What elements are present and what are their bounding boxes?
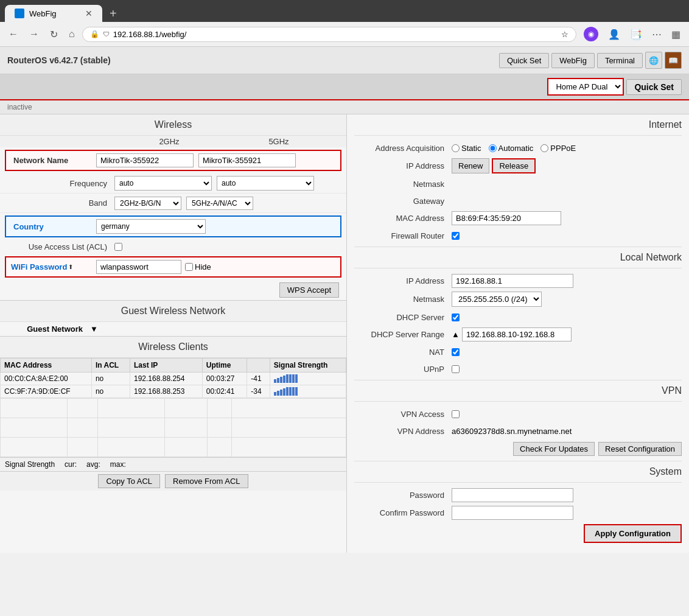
local-ip-input[interactable] bbox=[452, 274, 573, 288]
globe-button[interactable]: 🌐 bbox=[645, 52, 662, 69]
book-button[interactable]: 📖 bbox=[665, 52, 682, 69]
automatic-radio[interactable] bbox=[489, 144, 497, 152]
frequency-inputs: auto auto bbox=[114, 176, 341, 191]
gateway-label: Gateway bbox=[354, 197, 452, 206]
guest-dropdown[interactable]: ▼ bbox=[90, 324, 98, 334]
dhcp-server-checkbox[interactable] bbox=[452, 313, 460, 321]
client-2-uptime: 00:02:41 bbox=[202, 385, 247, 398]
empty-cell bbox=[208, 438, 232, 457]
status-bar: inactive bbox=[0, 100, 689, 114]
vpn-title: VPN bbox=[354, 380, 682, 402]
firewall-router-row: Firewall Router bbox=[354, 227, 682, 244]
guest-network-section: Guest Wireless Network Guest Network ▼ bbox=[0, 300, 346, 336]
address-input[interactable] bbox=[113, 30, 558, 39]
upnp-row: UPnP bbox=[354, 360, 682, 377]
extensions-icon: ◉ bbox=[584, 27, 598, 41]
empty-cell bbox=[232, 399, 346, 418]
upnp-checkbox[interactable] bbox=[452, 365, 460, 373]
dhcp-range-label: DHCP Server Range bbox=[354, 330, 452, 339]
hide-password-checkbox[interactable] bbox=[185, 263, 193, 271]
remove-from-acl-button[interactable]: Remove From ACL bbox=[165, 474, 248, 488]
client-row-2[interactable]: CC:9F:7A:9D:0E:CF no 192.168.88.253 00:0… bbox=[1, 385, 346, 398]
more-button[interactable]: ⋯ bbox=[648, 26, 665, 43]
bookmark-list-button[interactable]: 📑 bbox=[626, 26, 646, 43]
internet-title: Internet bbox=[354, 114, 682, 136]
tab-close-icon[interactable]: ✕ bbox=[85, 9, 93, 18]
password-input[interactable] bbox=[452, 488, 573, 502]
empty-cell bbox=[232, 418, 346, 438]
wifi-password-input[interactable] bbox=[96, 260, 181, 274]
clients-table-header: MAC Address In ACL Last IP Uptime Signal… bbox=[1, 359, 346, 373]
signal-seg bbox=[295, 387, 298, 396]
vpn-address-value: a636092378d8.sn.mynetname.net bbox=[452, 427, 682, 436]
home-button[interactable]: ⌂ bbox=[65, 27, 79, 41]
signal-seg bbox=[289, 374, 292, 383]
mode-select[interactable]: Home AP Dual CPE PTP Bridge WISP AP AP bbox=[548, 79, 623, 94]
forward-button[interactable]: → bbox=[26, 27, 43, 41]
signal-seg bbox=[292, 374, 295, 383]
quickset-button[interactable]: Quick Set bbox=[626, 79, 682, 95]
static-radio[interactable] bbox=[452, 144, 460, 152]
mac-address-input[interactable] bbox=[452, 211, 561, 225]
signal-bar-1 bbox=[274, 374, 342, 383]
frequency-2ghz-select[interactable]: auto bbox=[114, 176, 212, 191]
frequency-5ghz-select[interactable]: auto bbox=[217, 176, 314, 191]
signal-seg bbox=[286, 374, 289, 383]
wifi-password-row: WiFi Password ⬆ Hide bbox=[5, 256, 341, 278]
extensions-button[interactable]: ◉ bbox=[580, 26, 602, 43]
signal-seg bbox=[277, 391, 279, 396]
freq-spacer bbox=[5, 137, 114, 146]
user-profile-button[interactable]: 👤 bbox=[604, 26, 624, 43]
terminal-header-button[interactable]: Terminal bbox=[597, 53, 643, 68]
pppoe-radio[interactable] bbox=[540, 144, 548, 152]
bookmark-icon[interactable]: ☆ bbox=[561, 30, 568, 39]
lock-icon: 🔒 bbox=[90, 30, 99, 38]
check-updates-button[interactable]: Check For Updates bbox=[513, 442, 595, 456]
nat-checkbox[interactable] bbox=[452, 348, 460, 356]
reset-configuration-button[interactable]: Reset Configuration bbox=[598, 442, 682, 456]
signal-seg bbox=[280, 390, 282, 396]
freq-2ghz-header: 2GHz bbox=[114, 137, 224, 146]
network-name-5ghz-input[interactable] bbox=[198, 153, 296, 167]
band-5ghz-select[interactable]: 5GHz-A/N/AC bbox=[186, 197, 253, 210]
active-tab[interactable]: WebFig ✕ bbox=[5, 5, 102, 22]
band-row: Band 2GHz-B/G/N 5GHz-A/N/AC bbox=[0, 194, 346, 213]
sidebar-button[interactable]: ▦ bbox=[668, 26, 684, 43]
quick-set-header-button[interactable]: Quick Set bbox=[499, 53, 549, 68]
client-row-1[interactable]: 00:C0:CA:8A:E2:00 no 192.168.88.254 00:0… bbox=[1, 373, 346, 385]
wireless-clients-title: Wireless Clients bbox=[0, 337, 346, 358]
local-netmask-label: Netmask bbox=[354, 295, 452, 304]
wps-accept-button[interactable]: WPS Accept bbox=[279, 282, 339, 298]
pppoe-radio-option: PPPoE bbox=[540, 144, 576, 153]
automatic-label: Automatic bbox=[498, 144, 534, 153]
browser-window: WebFig ✕ + ← → ↻ ⌂ 🔒 🛡 ☆ ◉ 👤 📑 ⋯ ▦ bbox=[0, 0, 689, 47]
reload-button[interactable]: ↻ bbox=[46, 27, 61, 41]
back-button[interactable]: ← bbox=[5, 27, 22, 41]
release-button[interactable]: Release bbox=[492, 158, 536, 173]
new-tab-button[interactable]: + bbox=[105, 7, 122, 21]
local-netmask-select[interactable]: 255.255.255.0 (/24) bbox=[452, 292, 542, 307]
app-header: RouterOS v6.42.7 (stable) Quick Set WebF… bbox=[0, 47, 689, 74]
confirm-password-input[interactable] bbox=[452, 506, 573, 520]
dhcp-range-input[interactable] bbox=[462, 327, 572, 341]
toolbar-icons: ◉ 👤 📑 ⋯ ▦ bbox=[580, 26, 684, 43]
firewall-router-checkbox[interactable] bbox=[452, 232, 460, 240]
network-name-2ghz-input[interactable] bbox=[96, 153, 194, 167]
signal-seg bbox=[280, 377, 282, 383]
empty-cell bbox=[165, 399, 208, 418]
app-header-buttons: Quick Set WebFig Terminal 🌐 📖 bbox=[499, 52, 682, 69]
band-2ghz-select[interactable]: 2GHz-B/G/N bbox=[114, 197, 181, 210]
client-1-uptime: 00:03:27 bbox=[202, 373, 247, 385]
use-acl-checkbox[interactable] bbox=[114, 243, 122, 251]
apply-configuration-button[interactable]: Apply Configuration bbox=[584, 524, 682, 543]
vpn-access-checkbox[interactable] bbox=[452, 410, 460, 418]
use-acl-label: Use Access List (ACL) bbox=[5, 242, 114, 251]
country-select[interactable]: germany bbox=[96, 219, 206, 234]
local-ip-label: IP Address bbox=[354, 276, 452, 285]
browser-toolbar: ← → ↻ ⌂ 🔒 🛡 ☆ ◉ 👤 📑 ⋯ ▦ bbox=[0, 22, 689, 47]
cur-label: cur: bbox=[65, 460, 77, 469]
frequency-row: Frequency auto auto bbox=[0, 173, 346, 194]
webfig-header-button[interactable]: WebFig bbox=[551, 53, 595, 68]
renew-button[interactable]: Renew bbox=[452, 158, 489, 173]
copy-to-acl-button[interactable]: Copy To ACL bbox=[98, 474, 160, 488]
